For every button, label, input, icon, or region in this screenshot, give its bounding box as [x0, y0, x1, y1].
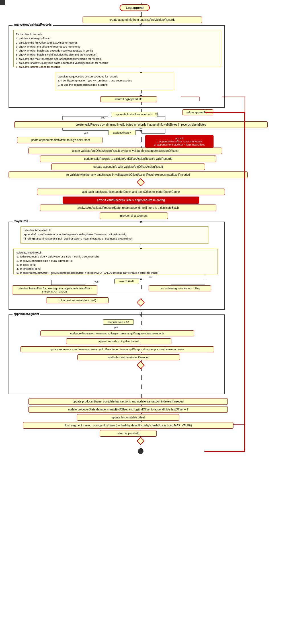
no-label-3: no	[149, 276, 151, 279]
analyze-validate-box-label: analyzeAndValidateRecords	[13, 23, 53, 26]
calc-target-codec-text2: 1. if config.compressionType == "produce…	[58, 79, 171, 83]
after-roll-diamond	[137, 299, 145, 306]
end-diamond	[137, 437, 145, 445]
roll-new-segment-node: roll a new segment (func: roll)	[46, 297, 109, 303]
use-active-segment-node: use activeSegment without rolling	[149, 285, 211, 291]
log-append-node: Log append	[120, 4, 150, 11]
calc-need-to-roll-text5: 4. or timeindex is full	[17, 267, 215, 271]
create-append-info-node: create appendInfo from analyzeAndValidat…	[83, 17, 202, 23]
update-producer-state-manager-node: update producerStateManager's mapEndOffs…	[28, 406, 228, 413]
for-batches-item5: 5. check whether batch is valid(includes…	[16, 53, 219, 57]
yes-label-2: yes	[84, 132, 88, 134]
return-append-info-final-node: return appendInfo	[100, 430, 157, 437]
yes-label-4: yes	[114, 326, 118, 329]
update-rolling-based-ts-node: update rollingBasedTimestamp to largestT…	[40, 330, 194, 336]
for-batches-item7: 7. calculate shallowCount(valid batch co…	[16, 61, 219, 65]
right-return-line-bottom	[204, 451, 245, 452]
for-batches-item6: 6. calculate the maxTimestamp and offset…	[16, 57, 219, 61]
create-validate-offset-node: create validateAndOffsetAssignResult by …	[28, 148, 222, 154]
need-to-roll-diamond: needToRoll?	[114, 279, 139, 284]
for-batches-item1: 1. validate the magic of batch	[16, 36, 219, 40]
append-records-node: append records to logFileChannel	[66, 338, 171, 344]
right-return-line-top	[205, 112, 245, 113]
no-label-2: no	[139, 127, 142, 130]
for-batches-item4: 4. check whether batch size exceeds maxM…	[16, 49, 219, 53]
for-batches-item8: 8. calculate sourceCodec for records	[16, 65, 219, 69]
calc-target-codec-text1: calculate targetCodec by sourceCodec for…	[58, 75, 171, 79]
update-append-info-node: update appendInfo with validateAndOffset…	[51, 163, 205, 170]
re-validate-node: re-validate whether any batch's size in …	[9, 171, 248, 178]
records-size-diamond: records' size > 0?	[103, 319, 134, 325]
append-to-segment-box: appendToSegment records' size > 0? yes u…	[9, 314, 225, 394]
for-batches-item2: 2. calculate the firstOffset and lastOff…	[16, 41, 219, 45]
calc-need-to-roll-text6: 5. or appendInfo.lastOffset - activeSegm…	[17, 271, 215, 275]
analyze-validate-producer-node: analyzeAndValidateProducerState, return …	[40, 205, 216, 211]
update-segment-max-ts-node: update segment's maxTimestampSoFar and o…	[20, 346, 214, 352]
maybe-roll-box: maybeRoll calculate isTimeToRoll: append…	[9, 222, 225, 310]
flush-segment-node: flush segment if reach config's flushSiz…	[23, 422, 233, 429]
yes-label-3: yes	[95, 280, 99, 283]
shallow-count-diamond: appendInfo.shallowCount > 0?	[111, 112, 157, 117]
for-batches-box: for batches in records 1. validate the m…	[13, 30, 221, 67]
error-line3: 2. appendInfo.firstOffset < log's nextOf…	[148, 143, 211, 146]
calc-is-time-to-roll-text3: (if rollingBasedTimestamp is null, get f…	[24, 237, 205, 241]
right-return-line	[244, 113, 245, 451]
re-validate-diamond	[137, 178, 145, 186]
calc-need-to-roll-box: calculate needToRoll 1. activeSegment's …	[13, 249, 218, 274]
assign-offsets-diamond: assignOffsets?	[108, 130, 136, 135]
for-batches-text: for batches in records	[16, 32, 219, 36]
yes-label-1: yes	[101, 116, 105, 119]
update-first-unstable-offset-node: update first unstable offset	[77, 414, 179, 421]
no-label-1: no	[155, 112, 158, 115]
for-batches-item3: 3. check whether the offsets of records …	[16, 45, 219, 49]
calc-need-to-roll-text1: calculate needToRoll	[17, 251, 215, 255]
calc-need-to-roll-text3: 2. or activeSegment's size > 0 && isTime…	[17, 259, 215, 263]
end-circle	[138, 448, 143, 454]
arrowhead5	[140, 130, 142, 132]
analyze-validate-box: analyzeAndValidateRecords for batches in…	[9, 25, 225, 108]
after-append-diamond	[137, 361, 145, 369]
calc-is-time-to-roll-text1: calculate isTimeToRoll:	[24, 228, 205, 232]
update-valid-records-node: update validRecords to validateAndOffset…	[40, 156, 216, 162]
return-log-append-info-node: return LogAppendInfo	[100, 96, 157, 102]
calc-target-codec-box: calculate targetCodec by sourceCodec for…	[55, 73, 174, 90]
add-each-batch-node: add each batch's partitionLeaderEpoch an…	[37, 189, 225, 195]
arrowhead-mr2	[140, 279, 142, 281]
calc-need-to-roll-text4: 3. or index is full	[17, 263, 215, 267]
start-circle	[0, 0, 5, 5]
calc-is-time-to-roll-text2: appendInfo.maxTimestamp - activeSegment'…	[24, 232, 205, 236]
append-to-segment-box-label: appendToSegment	[13, 312, 40, 316]
diagram-container: Log append create appendInfo from analyz…	[0, 0, 283, 644]
calc-base-offset-node: calculate baseOffset for new segment: ap…	[12, 285, 97, 295]
error-assign-node: error if 1. appendInfo's offset is not m…	[145, 135, 214, 148]
update-producer-states-node: update producerStates, complete transact…	[28, 398, 228, 405]
maybe-roll-node: maybe roll a segment	[100, 212, 168, 219]
error-line1: error if	[148, 137, 211, 140]
update-first-offset-node: update appendInfo.firstOffset to log's n…	[17, 137, 102, 143]
add-index-timeindex-node: add index and timeindex if needed	[77, 354, 180, 360]
maybe-roll-box-label: maybeRoll	[13, 220, 29, 223]
calc-is-time-to-roll-box: calculate isTimeToRoll: appendInfo.maxTi…	[20, 226, 208, 244]
calc-target-codec-text3: 2. or use the compressionCodec in config	[58, 83, 171, 87]
error-valid-records-node: error if validRecords' size > segmentSiz…	[63, 197, 199, 204]
error-line2: 1. appendInfo's offset is not monotonic	[148, 140, 211, 143]
calc-need-to-roll-text2: 1. activeSegment's size + validRecords's…	[17, 255, 215, 259]
